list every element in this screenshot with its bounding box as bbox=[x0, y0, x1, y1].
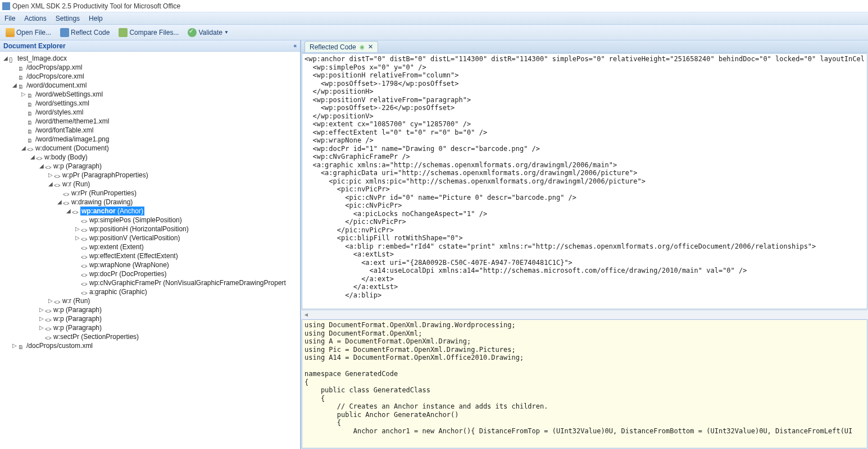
validate-icon bbox=[188, 28, 197, 37]
folder-open-icon bbox=[6, 28, 15, 37]
tree-node[interactable]: a:graphic (Graphic) bbox=[1, 287, 299, 296]
tree-node[interactable]: ◢w:drawing (Drawing) bbox=[1, 198, 299, 207]
tree-node[interactable]: ◢w:p (Paragraph) bbox=[1, 162, 299, 171]
tree-node[interactable]: w:sectPr (SectionProperties) bbox=[1, 332, 299, 341]
menubar: File Actions Settings Help bbox=[0, 12, 868, 25]
tree-node[interactable]: ▷wp:positionV (VerticalPosition) bbox=[1, 233, 299, 242]
tree-node[interactable]: /word/styles.xml bbox=[1, 108, 299, 117]
collapse-pane-icon[interactable]: « bbox=[293, 43, 297, 49]
tree-node[interactable]: ◢w:document (Document) bbox=[1, 144, 299, 153]
pin-icon[interactable]: ◉ bbox=[360, 44, 365, 50]
tree-node[interactable]: wp:docPr (DocProperties) bbox=[1, 269, 299, 278]
xml-code-viewer[interactable]: <wp:anchor distT="0" distB="0" distL="11… bbox=[302, 53, 867, 309]
tree-node[interactable]: ◢w:r (Run) bbox=[1, 180, 299, 189]
tree-node[interactable]: ◢wp:anchor (Anchor) bbox=[1, 207, 299, 216]
tab-reflected-code[interactable]: Reflected Code ◉ ✕ bbox=[305, 41, 378, 52]
menu-settings[interactable]: Settings bbox=[56, 15, 80, 22]
tree-node[interactable]: ▷/docProps/custom.xml bbox=[1, 341, 299, 350]
tree-node[interactable]: wp:wrapNone (WrapNone) bbox=[1, 260, 299, 269]
tree-node[interactable]: ▷/word/webSettings.xml bbox=[1, 90, 299, 99]
tree-node[interactable]: ◢/word/document.xml bbox=[1, 81, 299, 90]
tree-node[interactable]: ▷wp:positionH (HorizontalPosition) bbox=[1, 224, 299, 233]
tree-node[interactable]: /word/theme/theme1.xml bbox=[1, 117, 299, 126]
tree-node[interactable]: wp:cNvGraphicFramePr (NonVisualGraphicFr… bbox=[1, 278, 299, 287]
tree-node[interactable]: w:rPr (RunProperties) bbox=[1, 189, 299, 198]
compare-files-button[interactable]: Compare Files... bbox=[115, 27, 182, 38]
tree-node[interactable]: wp:effectExtent (EffectExtent) bbox=[1, 251, 299, 260]
app-title: Open XML SDK 2.5 Productivity Tool for M… bbox=[12, 2, 180, 10]
code-pane: Reflected Code ◉ ✕ <wp:anchor distT="0" … bbox=[301, 40, 868, 449]
tree-node[interactable]: /docProps/core.xml bbox=[1, 72, 299, 81]
menu-file[interactable]: File bbox=[4, 15, 15, 22]
tree-node[interactable]: ◢w:body (Body) bbox=[1, 153, 299, 162]
tree-node[interactable]: ◢test_Image.docx bbox=[1, 54, 299, 63]
close-icon[interactable]: ✕ bbox=[368, 43, 373, 51]
tree-node[interactable]: /docProps/app.xml bbox=[1, 63, 299, 72]
tree-node[interactable]: ▷w:p (Paragraph) bbox=[1, 314, 299, 323]
tree-node[interactable]: ▷w:pPr (ParagraphProperties) bbox=[1, 171, 299, 180]
tree-node[interactable]: ▷w:p (Paragraph) bbox=[1, 323, 299, 332]
reflect-code-button[interactable]: Reflect Code bbox=[57, 27, 113, 38]
validate-button[interactable]: Validate ▼ bbox=[184, 27, 231, 38]
tree-node[interactable]: ▷w:p (Paragraph) bbox=[1, 305, 299, 314]
tree-node[interactable]: /word/settings.xml bbox=[1, 99, 299, 108]
tree-node[interactable]: wp:extent (Extent) bbox=[1, 242, 299, 251]
horizontal-scrollbar[interactable] bbox=[301, 310, 868, 319]
toolbar: Open File... Reflect Code Compare Files.… bbox=[0, 25, 868, 40]
csharp-code-viewer[interactable]: using DocumentFormat.OpenXml.Drawing.Wor… bbox=[302, 319, 867, 448]
menu-help[interactable]: Help bbox=[89, 15, 103, 22]
tree-node[interactable]: wp:simplePos (SimplePosition) bbox=[1, 216, 299, 224]
tree-node[interactable]: ▷w:r (Run) bbox=[1, 296, 299, 305]
tree-node[interactable]: /word/media/image1.png bbox=[1, 135, 299, 144]
app-icon bbox=[2, 2, 10, 10]
tree-node[interactable]: /word/fontTable.xml bbox=[1, 126, 299, 135]
tab-strip: Reflected Code ◉ ✕ bbox=[301, 40, 868, 53]
open-file-button[interactable]: Open File... bbox=[2, 27, 54, 38]
titlebar: Open XML SDK 2.5 Productivity Tool for M… bbox=[0, 0, 868, 12]
menu-actions[interactable]: Actions bbox=[24, 15, 46, 22]
reflect-icon bbox=[60, 28, 69, 37]
chevron-down-icon: ▼ bbox=[224, 30, 229, 35]
document-tree[interactable]: ◢test_Image.docx/docProps/app.xml/docPro… bbox=[0, 52, 300, 449]
explorer-header: Document Explorer « bbox=[0, 40, 300, 52]
compare-icon bbox=[119, 28, 128, 37]
document-explorer-pane: Document Explorer « ◢test_Image.docx/doc… bbox=[0, 40, 301, 449]
